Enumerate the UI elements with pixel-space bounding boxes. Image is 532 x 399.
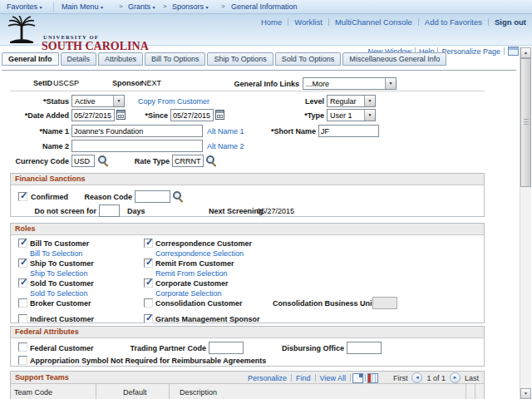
alt-name2-link[interactable]: Alt Name 2: [207, 142, 244, 150]
multichannel-console-link[interactable]: MultiChannel Console: [329, 17, 418, 27]
view-all-link[interactable]: View All: [318, 374, 348, 382]
breadcrumb-arrow: >: [163, 2, 167, 10]
correspondence-customer-checkbox[interactable]: [144, 239, 153, 248]
calendar-icon[interactable]: [116, 110, 126, 120]
copy-from-customer-link[interactable]: Copy From Customer: [138, 97, 209, 106]
financial-sanctions-header: Financial Sanctions: [11, 174, 484, 185]
breadcrumb-sponsors[interactable]: Sponsors ▾: [172, 2, 209, 11]
short-name-label: *Short Name: [256, 127, 316, 135]
window-icon[interactable]: [508, 47, 519, 56]
dropdown-arrow-icon[interactable]: ▼: [364, 110, 375, 121]
remit-from-selection-link[interactable]: Remit From Selection: [155, 269, 228, 278]
reason-code-input[interactable]: [135, 190, 170, 203]
alt-name1-link[interactable]: Alt Name 1: [207, 127, 244, 135]
tab-attributes[interactable]: Attributes: [98, 52, 143, 66]
download-spreadsheet-icon[interactable]: [367, 373, 378, 383]
name1-label: *Name 1: [25, 127, 69, 135]
tab-general-info[interactable]: General Info: [2, 52, 59, 66]
consolidation-customer-checkbox[interactable]: [144, 298, 153, 308]
confirmed-checkbox[interactable]: [18, 192, 27, 201]
previous-row-icon[interactable]: ◄: [411, 372, 422, 383]
add-to-favorites-link[interactable]: Add to Favorites: [419, 17, 488, 27]
section-title: Roles: [15, 224, 36, 233]
header-links: Home Worklist MultiChannel Console Add t…: [255, 17, 528, 27]
sold-to-customer-checkbox[interactable]: [18, 278, 27, 288]
lookup-icon[interactable]: [173, 191, 184, 202]
since-label: *Since: [131, 111, 168, 120]
ship-to-customer-checkbox[interactable]: [18, 259, 27, 268]
grid-toolbar: Personalize Find View All First ◄ 1 of 1…: [245, 372, 480, 383]
tab-miscellaneous-general-info[interactable]: Miscellaneous General Info: [342, 52, 446, 66]
separator: [504, 47, 505, 55]
name2-input[interactable]: [71, 140, 203, 152]
indirect-customer-checkbox[interactable]: [18, 314, 27, 323]
short-name-input[interactable]: [318, 125, 379, 137]
type-select[interactable]: User 1 ▼: [327, 109, 376, 121]
grants-management-sponsor-checkbox[interactable]: [144, 314, 153, 323]
corporate-customer-checkbox[interactable]: [144, 278, 153, 288]
days-label: Days: [127, 207, 145, 215]
tab-sold-to-options[interactable]: Sold To Options: [275, 52, 341, 66]
do-not-screen-input[interactable]: [99, 204, 120, 217]
support-teams-section: Support Teams Personalize Find View All …: [10, 371, 485, 399]
separator: [291, 374, 292, 382]
general-info-links-value: ...More: [306, 80, 329, 88]
bill-to-customer-checkbox[interactable]: [18, 239, 27, 248]
lookup-icon[interactable]: [98, 155, 109, 166]
federal-customer-checkbox[interactable]: [18, 342, 27, 352]
dropdown-arrow-icon[interactable]: ▼: [385, 78, 396, 89]
personalize-page-link[interactable]: Personalize Page: [438, 47, 504, 56]
appropriation-symbol-checkbox[interactable]: [18, 356, 27, 365]
level-label: Level: [283, 97, 324, 106]
scroll-down-icon[interactable]: ▼: [520, 388, 531, 399]
bill-to-selection-link[interactable]: Bill To Selection: [30, 249, 82, 258]
sign-out-link[interactable]: Sign out: [489, 17, 528, 27]
remit-from-customer-checkbox[interactable]: [144, 259, 153, 268]
pager-first-label[interactable]: First: [392, 374, 410, 382]
dropdown-arrow-icon[interactable]: ▼: [113, 96, 124, 106]
currency-code-input[interactable]: [71, 155, 95, 167]
column-header-blank: [475, 384, 484, 399]
tab-details[interactable]: Details: [61, 52, 97, 66]
next-screening-value: 05/27/2015: [257, 207, 294, 215]
tab-bill-to-options[interactable]: Bill To Options: [145, 52, 205, 66]
status-select[interactable]: Active ▼: [71, 95, 125, 107]
scrollbar-thumb[interactable]: [520, 58, 531, 187]
scroll-up-icon[interactable]: ▲: [520, 47, 531, 58]
date-added-input[interactable]: [71, 109, 115, 121]
corporate-selection-link[interactable]: Corporate Selection: [155, 289, 222, 298]
breadcrumb-favorites[interactable]: Favorites ▾: [7, 2, 42, 11]
vertical-scrollbar[interactable]: ▲ ▼: [520, 47, 531, 399]
rate-type-input[interactable]: [172, 155, 204, 167]
home-link[interactable]: Home: [255, 17, 288, 27]
breadcrumb-separator: [53, 2, 54, 12]
general-info-links-select[interactable]: ...More ▼: [303, 77, 397, 90]
pager-last-label[interactable]: Last: [463, 374, 480, 382]
tab-ship-to-options[interactable]: Ship To Options: [207, 52, 273, 66]
peoplesoft-general-information-page: Favorites ▾ Main Menu ▾ > Grants ▾ > Spo…: [0, 0, 532, 399]
worklist-link[interactable]: Worklist: [288, 17, 328, 27]
breadcrumb-main-menu[interactable]: Main Menu ▾: [62, 2, 103, 11]
zoom-grid-icon[interactable]: [352, 373, 363, 383]
name1-input[interactable]: [71, 125, 203, 137]
federal-attributes-section: Federal Attributes Federal Customer Trad…: [10, 326, 485, 367]
next-row-icon[interactable]: ►: [450, 372, 461, 383]
trading-partner-code-input[interactable]: [209, 342, 244, 354]
level-select[interactable]: Regular ▼: [327, 95, 376, 107]
broker-customer-checkbox[interactable]: [18, 298, 27, 308]
find-link[interactable]: Find: [293, 374, 313, 382]
disbursing-office-input[interactable]: [347, 342, 382, 354]
separator: [315, 374, 316, 382]
type-label: *Type: [283, 111, 324, 120]
breadcrumb-grants[interactable]: Grants ▾: [128, 2, 155, 11]
calendar-icon[interactable]: [215, 110, 224, 120]
personalize-link[interactable]: Personalize: [245, 374, 289, 382]
ship-to-selection-link[interactable]: Ship To Selection: [30, 269, 87, 278]
correspondence-selection-link[interactable]: Correspondence Selection: [155, 249, 244, 258]
confirmed-label: Confirmed: [31, 193, 68, 201]
dropdown-arrow-icon[interactable]: ▼: [364, 96, 375, 106]
since-input[interactable]: [170, 109, 214, 121]
sold-to-selection-link[interactable]: Sold To Selection: [30, 289, 87, 298]
section-title: Federal Attributes: [15, 328, 79, 336]
lookup-icon[interactable]: [206, 155, 217, 166]
